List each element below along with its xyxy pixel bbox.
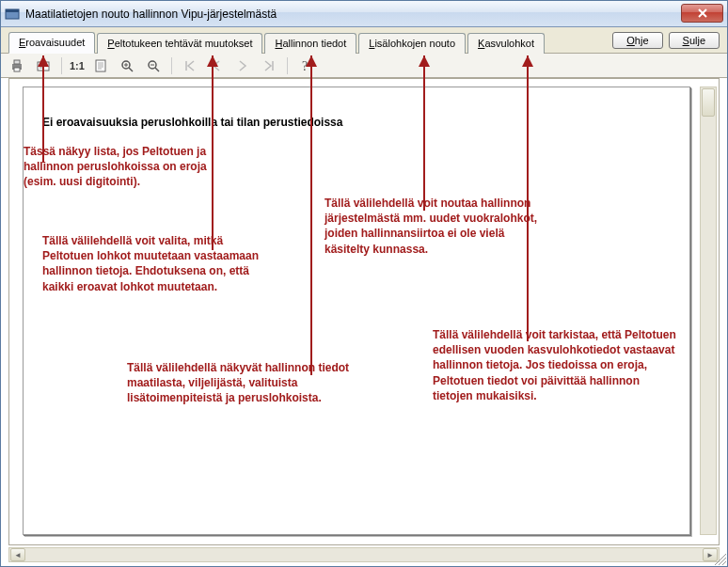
svg-rect-1 bbox=[6, 9, 19, 12]
titlebar: Maatilatietojen nouto hallinnon Vipu-jär… bbox=[1, 1, 727, 27]
content-area: Ei eroavaisuuksia peruslohkoilla tai til… bbox=[8, 78, 720, 545]
scroll-thumb[interactable] bbox=[702, 88, 715, 117]
tab-peltotukeen[interactable]: Peltotukeen tehtävät muutokset bbox=[97, 33, 262, 54]
zoom-out-icon[interactable] bbox=[143, 55, 164, 76]
annotation-2: Tällä välilehdellä voit valita, mitkä Pe… bbox=[42, 233, 277, 294]
svg-line-8 bbox=[129, 68, 133, 71]
next-page-icon[interactable] bbox=[232, 55, 253, 76]
annotation-3: Tällä välilehdellä näkyvät hallinnon tie… bbox=[127, 360, 372, 406]
app-icon bbox=[5, 7, 20, 22]
scale-label[interactable]: 1:1 bbox=[70, 55, 85, 76]
resize-grip-icon[interactable] bbox=[713, 552, 728, 567]
tabs-row: /*placeholder*/ Eroavaisuudet Peltotukee… bbox=[1, 27, 727, 54]
button-label: Ohje bbox=[626, 35, 648, 46]
tab-label: Lisälohkojen nouto bbox=[369, 38, 455, 49]
zoom-in-icon[interactable] bbox=[117, 55, 137, 76]
horizontal-scrollbar[interactable]: ◄ ► bbox=[8, 547, 720, 562]
tab-label: Kasvulohkot bbox=[478, 38, 534, 49]
tab-lisalohkojen-nouto[interactable]: Lisälohkojen nouto bbox=[358, 33, 466, 54]
scroll-left-icon[interactable]: ◄ bbox=[10, 548, 25, 561]
page-heading: Ei eroavaisuuksia peruslohkoilla tai til… bbox=[42, 116, 671, 129]
close-button[interactable]: Sulje bbox=[669, 32, 720, 49]
svg-line-12 bbox=[155, 68, 159, 71]
help-icon[interactable]: ? bbox=[295, 55, 316, 76]
toolbar: 1:1 ? bbox=[1, 54, 727, 78]
annotation-1: Tässä näkyy lista, jos Peltotuen ja hall… bbox=[24, 144, 230, 190]
svg-rect-6 bbox=[96, 60, 105, 71]
export-icon[interactable] bbox=[33, 55, 54, 76]
svg-rect-4 bbox=[14, 68, 20, 71]
annotation-4: Tällä välilehdellä voit noutaa hallinnon… bbox=[324, 196, 541, 257]
tab-eroavaisuudet[interactable]: /*placeholder*/ Eroavaisuudet bbox=[8, 32, 95, 54]
annotation-5: Tällä välilehdellä voit tarkistaa, että … bbox=[433, 327, 677, 403]
tab-kasvulohkot[interactable]: Kasvulohkot bbox=[467, 33, 545, 54]
tab-label: Eroavaisuudet bbox=[19, 37, 85, 48]
tab-hallinnon-tiedot[interactable]: Hallinnon tiedot bbox=[264, 33, 356, 54]
last-page-icon[interactable] bbox=[259, 55, 279, 76]
tab-label: Hallinnon tiedot bbox=[275, 38, 346, 49]
fit-page-icon[interactable] bbox=[90, 55, 111, 76]
tab-label: Peltotukeen tehtävät muutokset bbox=[107, 38, 252, 49]
first-page-icon[interactable] bbox=[180, 55, 200, 76]
window-close-button[interactable] bbox=[681, 4, 723, 23]
window-title: Maatilatietojen nouto hallinnon Vipu-jär… bbox=[25, 8, 277, 21]
svg-text:?: ? bbox=[302, 59, 308, 73]
report-page: Ei eroavaisuuksia peruslohkoilla tai til… bbox=[23, 87, 690, 535]
button-label: Sulje bbox=[683, 35, 705, 46]
vertical-scrollbar[interactable] bbox=[700, 87, 717, 535]
prev-page-icon[interactable] bbox=[206, 55, 227, 76]
help-button[interactable]: Ohje bbox=[612, 32, 662, 49]
svg-rect-3 bbox=[14, 60, 20, 64]
close-icon bbox=[697, 8, 708, 19]
print-icon[interactable] bbox=[7, 55, 27, 76]
